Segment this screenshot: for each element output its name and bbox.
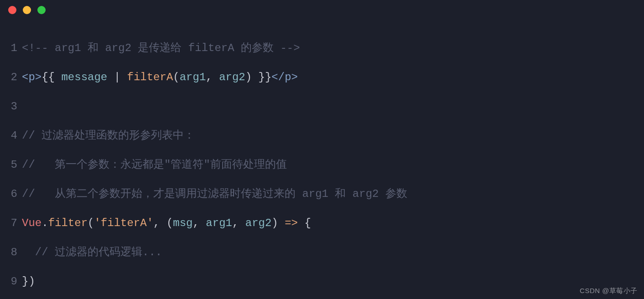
close-icon[interactable] [8, 6, 16, 14]
token: {{ [42, 71, 61, 83]
line-content: }) [22, 276, 35, 287]
code-line: 7Vue.filter('filterA', (msg, arg1, arg2)… [0, 218, 644, 229]
token: <p> [22, 71, 42, 83]
line-number: 2 [0, 72, 17, 83]
token: , ( [153, 217, 173, 229]
line-content: // 过滤器处理函数的形参列表中： [22, 130, 195, 141]
line-content: // 第一个参数：永远都是"管道符"前面待处理的值 [22, 160, 287, 170]
code-line: 1<!-- arg1 和 arg2 是传递给 filterA 的参数 --> [0, 43, 644, 54]
code-editor: 1<!-- arg1 和 arg2 是传递给 filterA 的参数 -->2<… [0, 20, 644, 287]
token: filterA [127, 71, 173, 83]
line-content: <!-- arg1 和 arg2 是传递给 filterA 的参数 --> [22, 43, 300, 54]
line-content: <p>{{ message | filterA(arg1, arg2) }}</… [22, 72, 298, 83]
token: ) }} [245, 71, 272, 83]
code-line: 2<p>{{ message | filterA(arg1, arg2) }}<… [0, 72, 644, 83]
token: | [107, 71, 127, 83]
token: message [61, 71, 107, 83]
line-number: 1 [0, 43, 17, 54]
token: . [42, 217, 48, 229]
token: // 从第二个参数开始，才是调用过滤器时传递过来的 arg1 和 arg2 参数 [22, 188, 407, 200]
token: Vue [22, 217, 42, 229]
code-line: 5// 第一个参数：永远都是"管道符"前面待处理的值 [0, 160, 644, 170]
minimize-icon[interactable] [23, 6, 31, 14]
watermark-text: CSDN @草莓小子 [580, 287, 638, 295]
token: , [193, 217, 206, 229]
token: arg1 [180, 71, 206, 83]
token: }) [22, 275, 35, 288]
line-number: 3 [0, 101, 17, 112]
code-line: 9}) [0, 276, 644, 287]
token: { [298, 217, 311, 229]
line-number: 7 [0, 218, 17, 229]
line-content: // 过滤器的代码逻辑... [22, 247, 162, 258]
token: , [232, 217, 245, 229]
token: // 第一个参数：永远都是"管道符"前面待处理的值 [22, 159, 287, 171]
token: => [285, 217, 298, 229]
token: // 过滤器的代码逻辑... [22, 246, 162, 258]
token: ( [173, 71, 179, 83]
token: ( [88, 217, 94, 229]
token: , [206, 71, 219, 83]
code-line: 3 [0, 101, 644, 112]
window-titlebar [0, 0, 644, 20]
code-line: 6// 从第二个参数开始，才是调用过滤器时传递过来的 arg1 和 arg2 参… [0, 189, 644, 200]
token: arg2 [219, 71, 245, 83]
token: // 过滤器处理函数的形参列表中： [22, 129, 195, 142]
code-line: 8 // 过滤器的代码逻辑... [0, 247, 644, 258]
line-content: // 从第二个参数开始，才是调用过滤器时传递过来的 arg1 和 arg2 参数 [22, 189, 407, 200]
line-number: 8 [0, 247, 17, 258]
token: filter [48, 217, 88, 229]
line-number: 6 [0, 189, 17, 200]
code-line: 4// 过滤器处理函数的形参列表中： [0, 130, 644, 141]
token: <!-- arg1 和 arg2 是传递给 filterA 的参数 --> [22, 42, 300, 54]
token: ) [271, 217, 285, 229]
token: </p> [271, 71, 298, 83]
token: msg [173, 217, 192, 229]
token: arg1 [206, 217, 232, 229]
line-number: 4 [0, 130, 17, 141]
token: arg2 [245, 217, 272, 229]
line-number: 9 [0, 276, 17, 287]
zoom-icon[interactable] [37, 6, 46, 14]
line-number: 5 [0, 160, 17, 170]
token: 'filterA' [94, 217, 153, 229]
line-content: Vue.filter('filterA', (msg, arg1, arg2) … [22, 218, 311, 229]
